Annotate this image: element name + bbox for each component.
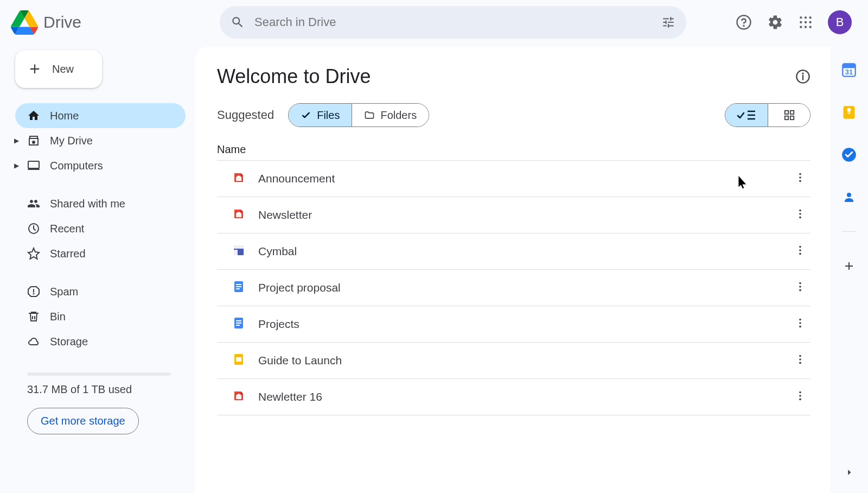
side-panel-toggle[interactable] <box>844 467 854 480</box>
sidebar-item-label: Shared with me <box>50 198 125 210</box>
file-row[interactable]: Announcement <box>217 161 810 197</box>
svg-point-2 <box>800 16 802 18</box>
cloud-icon <box>27 335 40 348</box>
svg-rect-59 <box>848 112 851 113</box>
addons-button[interactable] <box>841 258 857 274</box>
sidebar-item-storage[interactable]: Storage <box>15 329 186 354</box>
spam-icon <box>27 285 40 298</box>
drive-logo-icon <box>11 10 38 35</box>
more-actions-button[interactable] <box>794 353 810 368</box>
more-vert-icon <box>794 172 806 184</box>
svg-rect-19 <box>784 116 788 119</box>
grid-icon <box>783 109 795 121</box>
file-name: Guide to Launch <box>258 354 342 367</box>
more-actions-button[interactable] <box>794 317 810 331</box>
file-row[interactable]: Projects <box>217 306 810 343</box>
app-name-label: Drive <box>43 13 81 31</box>
seg-files-button[interactable]: Files <box>289 104 352 127</box>
grid-view-button[interactable] <box>768 104 810 127</box>
info-icon[interactable] <box>795 69 810 84</box>
file-name: Cymbal <box>258 245 297 258</box>
avatar[interactable]: B <box>828 10 852 34</box>
mydrive-icon <box>27 134 40 147</box>
svg-point-61 <box>847 193 851 197</box>
expand-icon[interactable]: ▶ <box>14 137 19 144</box>
file-list: AnnouncementNewsletterCymbalProject prop… <box>217 160 810 415</box>
home-icon <box>27 109 40 122</box>
storage-text: 31.7 MB of 1 TB used <box>27 383 186 396</box>
column-name-header[interactable]: Name <box>217 143 810 156</box>
sidebar-item-bin[interactable]: Bin <box>15 304 186 329</box>
calendar-app-icon[interactable]: 31 <box>841 62 857 78</box>
sidebar-item-label: Home <box>50 110 79 122</box>
contacts-app-icon[interactable] <box>841 189 857 205</box>
file-row[interactable]: Project proposal <box>217 270 810 306</box>
svg-point-31 <box>799 249 801 251</box>
file-name: Projects <box>258 318 299 331</box>
svg-point-30 <box>799 246 801 248</box>
svg-rect-42 <box>236 323 241 324</box>
sidebar-item-spam[interactable]: Spam <box>15 279 186 304</box>
svg-point-37 <box>799 282 801 285</box>
more-actions-button[interactable] <box>794 281 810 295</box>
sidebar-item-mydrive[interactable]: ▶ My Drive <box>15 128 186 153</box>
svg-rect-41 <box>236 320 241 321</box>
file-row[interactable]: Newletter 16 <box>217 379 810 415</box>
file-row[interactable]: Cymbal <box>217 233 810 270</box>
file-name: Newletter 16 <box>258 390 322 403</box>
svg-point-3 <box>805 16 807 18</box>
file-type-icon <box>232 171 245 186</box>
more-actions-button[interactable] <box>794 390 810 404</box>
file-name: Project proposal <box>258 281 341 294</box>
shared-icon <box>27 197 40 210</box>
search-bar[interactable] <box>220 6 686 39</box>
svg-point-24 <box>799 210 801 212</box>
help-icon[interactable] <box>736 14 752 30</box>
file-type-icon <box>232 389 245 404</box>
svg-point-4 <box>809 16 812 18</box>
seg-folders-button[interactable]: Folders <box>352 104 429 127</box>
file-type-icon <box>232 317 245 332</box>
more-vert-icon <box>794 390 806 402</box>
file-row[interactable]: Guide to Launch <box>217 343 810 379</box>
svg-point-8 <box>800 26 802 28</box>
more-vert-icon <box>794 244 806 256</box>
more-actions-button[interactable] <box>794 208 810 222</box>
list-view-button[interactable] <box>725 104 768 127</box>
tune-icon[interactable] <box>661 15 675 29</box>
get-more-storage-button[interactable]: Get more storage <box>27 408 139 434</box>
svg-point-10 <box>809 26 812 28</box>
svg-rect-18 <box>790 111 793 114</box>
svg-point-22 <box>799 176 801 179</box>
keep-app-icon[interactable] <box>841 104 857 121</box>
search-icon <box>231 15 245 29</box>
expand-icon[interactable]: ▶ <box>14 162 19 169</box>
search-input[interactable] <box>254 15 652 29</box>
apps-icon[interactable] <box>799 15 813 29</box>
sidebar-item-home[interactable]: Home <box>15 103 186 128</box>
sidebar-item-recent[interactable]: Recent <box>15 216 186 241</box>
svg-point-32 <box>799 253 801 255</box>
side-divider <box>841 231 857 232</box>
svg-point-23 <box>799 180 801 182</box>
gear-icon[interactable] <box>767 14 783 30</box>
file-row[interactable]: Newsletter <box>217 197 810 233</box>
drive-logo[interactable]: Drive <box>11 10 220 35</box>
sidebar-item-starred[interactable]: Starred <box>15 241 186 266</box>
folder-icon <box>364 110 375 121</box>
more-actions-button[interactable] <box>794 244 810 258</box>
sidebar-item-label: My Drive <box>50 135 93 147</box>
more-actions-button[interactable] <box>794 172 810 186</box>
sidebar-item-shared[interactable]: Shared with me <box>15 191 186 216</box>
sidebar-item-label: Storage <box>50 336 88 348</box>
tasks-app-icon[interactable] <box>841 147 857 163</box>
view-toggle <box>725 103 810 127</box>
sidebar-item-label: Recent <box>50 223 84 235</box>
svg-point-7 <box>809 21 812 23</box>
svg-point-16 <box>802 73 803 74</box>
sidebar-item-computers[interactable]: ▶ Computers <box>15 153 186 178</box>
new-button[interactable]: New <box>15 50 102 88</box>
svg-rect-12 <box>28 161 39 168</box>
svg-rect-48 <box>236 357 241 362</box>
svg-text:31: 31 <box>845 68 853 76</box>
